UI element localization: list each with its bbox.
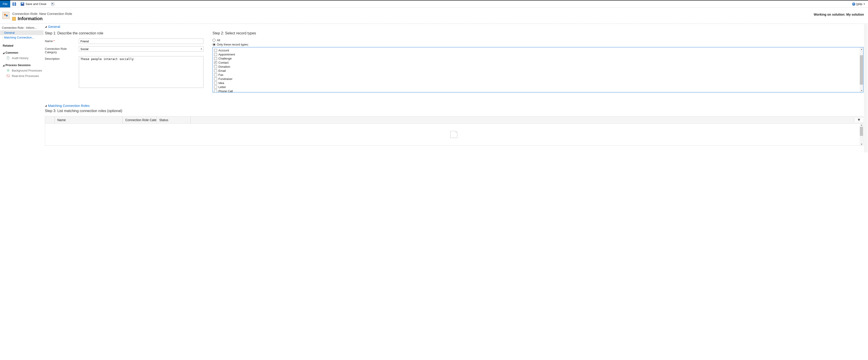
svg-point-13	[8, 70, 9, 71]
gear-icon	[6, 69, 10, 72]
checkbox-icon	[214, 90, 217, 93]
step1-title: Step 1: Describe the connection role	[45, 31, 204, 35]
solution-label: Working on solution: My solution	[814, 12, 864, 16]
help-icon: ?	[852, 2, 855, 6]
page-title: Information	[18, 16, 42, 21]
radio-all[interactable]: All	[213, 38, 864, 42]
list-scrollbar[interactable]: ▴ ▾	[860, 47, 863, 92]
svg-rect-15	[7, 75, 8, 76]
file-menu-button[interactable]: File	[0, 0, 10, 7]
svg-rect-6	[52, 3, 53, 4]
content-area: ◢ General Step 1: Describe the connectio…	[43, 24, 868, 155]
scroll-up-icon[interactable]: ▴	[861, 47, 862, 51]
grid-header: Name Connection Role Cate... Status	[45, 117, 863, 124]
step2-panel: Step 2: Select record types All Only the…	[213, 30, 864, 92]
grid-col-status[interactable]: Status	[157, 117, 190, 123]
record-type-item[interactable]: Challenge	[214, 56, 862, 61]
collapse-icon: ◢	[45, 104, 47, 107]
toolbar-extra-button[interactable]	[49, 0, 57, 7]
record-type-label: Appointment	[218, 53, 235, 56]
record-type-label: Account	[218, 49, 229, 52]
record-type-item[interactable]: Idea	[214, 81, 862, 85]
scroll-thumb[interactable]	[860, 127, 863, 136]
record-type-item[interactable]: Contact	[214, 61, 862, 65]
top-toolbar: File Save and Close ? Help ▼	[0, 0, 868, 8]
record-type-label: Idea	[218, 81, 224, 85]
empty-placeholder-icon	[448, 129, 460, 140]
nav-common-header[interactable]: ◢Common	[0, 48, 43, 55]
save-close-icon	[21, 2, 24, 6]
record-type-item[interactable]: Donation	[214, 65, 862, 69]
section-header-general[interactable]: ◢ General	[45, 25, 864, 29]
step1-panel: Step 1: Describe the connection role Nam…	[45, 30, 204, 92]
svg-rect-4	[22, 3, 23, 4]
help-menu[interactable]: ? Help ▼	[849, 2, 868, 6]
nav-audit-history[interactable]: Audit History	[0, 55, 43, 61]
process-icon	[6, 74, 10, 78]
record-type-label: Phone Call	[218, 90, 233, 93]
scroll-thumb[interactable]	[860, 55, 863, 85]
grid-col-category[interactable]: Connection Role Cate...	[123, 117, 157, 123]
info-icon	[12, 17, 16, 21]
save-button[interactable]	[10, 0, 18, 7]
description-label: Description	[45, 56, 79, 61]
nav-link-matching[interactable]: Matching Connection...	[0, 35, 43, 40]
action-icon	[51, 2, 55, 6]
record-type-item[interactable]: Letter	[214, 85, 862, 89]
page-scrollbar[interactable]	[864, 24, 868, 152]
left-nav-title: Connection Role : Inform...	[0, 25, 43, 30]
nav-realtime-processes[interactable]: Real-time Processes	[0, 73, 43, 78]
help-label: Help	[856, 2, 862, 6]
radio-only-these[interactable]: Only these record types:	[213, 43, 864, 46]
grid-select-all[interactable]	[45, 117, 55, 123]
grid-col-spacer	[190, 117, 854, 123]
scroll-down-icon[interactable]: ▾	[861, 89, 862, 92]
checkbox-icon	[214, 49, 217, 52]
nav-related-header: Related	[0, 40, 43, 48]
record-type-label: Fundraiser	[218, 77, 232, 80]
record-type-label: Letter	[218, 85, 226, 89]
checkbox-icon	[214, 77, 217, 80]
checkbox-icon	[214, 61, 217, 64]
record-type-item[interactable]: Fundraiser	[214, 77, 862, 81]
nav-background-processes[interactable]: Background Processes	[0, 68, 43, 73]
record-type-item[interactable]: Fax	[214, 73, 862, 77]
svg-rect-2	[13, 4, 15, 5]
radio-icon	[213, 43, 215, 46]
save-close-label: Save and Close	[26, 2, 46, 6]
record-type-item[interactable]: Email	[214, 69, 862, 73]
record-type-label: Contact	[218, 61, 228, 64]
checkbox-icon	[214, 57, 217, 60]
collapse-icon: ◢	[45, 25, 47, 28]
filter-icon	[857, 118, 861, 122]
section-header-matching[interactable]: ◢ Matching Connection Roles	[45, 104, 864, 107]
step3-title: Step 3: List matching connection roles (…	[45, 109, 864, 113]
save-and-close-button[interactable]: Save and Close	[18, 0, 49, 7]
record-type-item[interactable]: Account	[214, 48, 862, 52]
description-textarea[interactable]	[79, 56, 204, 88]
svg-rect-14	[7, 75, 9, 77]
name-input[interactable]	[79, 38, 204, 44]
grid-filter-button[interactable]	[854, 118, 863, 122]
checkbox-icon	[214, 53, 217, 56]
chevron-down-icon: ▼	[863, 3, 865, 5]
grid-col-name[interactable]: Name	[55, 117, 123, 123]
checkbox-icon	[214, 69, 217, 72]
record-types-list: AccountAppointmentChallengeContactDonati…	[213, 47, 864, 92]
record-type-label: Challenge	[218, 57, 232, 60]
grid-body: ▴ ▾	[45, 124, 863, 145]
record-type-item[interactable]: Appointment	[214, 52, 862, 56]
page-header: Connection Role: New Connection Role Inf…	[0, 8, 868, 24]
checkbox-icon	[214, 81, 217, 85]
svg-rect-16	[8, 76, 9, 76]
radio-icon	[213, 39, 215, 42]
save-icon	[12, 2, 16, 6]
nav-link-general[interactable]: General	[0, 30, 43, 35]
svg-point-8	[6, 15, 8, 17]
document-icon	[6, 56, 10, 60]
grid-scrollbar[interactable]: ▴ ▾	[860, 124, 863, 145]
category-label: Connection Role Category	[45, 46, 79, 54]
category-select[interactable]	[79, 46, 204, 52]
record-type-item[interactable]: Phone Call	[214, 89, 862, 92]
nav-process-sessions-header[interactable]: ◢Process Sessions	[0, 61, 43, 68]
